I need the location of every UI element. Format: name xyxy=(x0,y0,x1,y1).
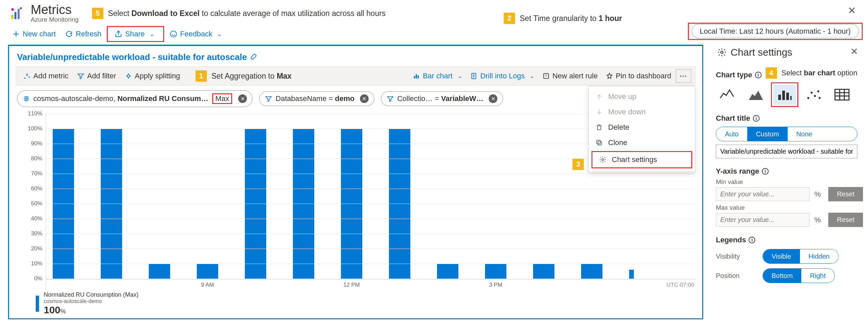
aggregation-max: Max xyxy=(212,93,232,104)
hidden-option[interactable]: Hidden xyxy=(800,249,838,263)
pin-to-dashboard-button[interactable]: Pin to dashboard xyxy=(602,70,675,82)
filter-collection-pill[interactable]: Collectio… = VariableW… ✕ xyxy=(381,91,503,106)
feedback-button[interactable]: Feedback xyxy=(165,28,226,40)
remove-metric-icon[interactable]: ✕ xyxy=(238,94,247,103)
svg-rect-15 xyxy=(597,140,600,144)
callout-2-badge: 2 xyxy=(504,13,515,24)
svg-rect-2 xyxy=(18,9,20,19)
time-range-picker[interactable]: Local Time: Last 12 hours (Automatic - 1… xyxy=(691,24,859,38)
chart-bar xyxy=(629,270,634,279)
callout-1-badge: 1 xyxy=(195,70,207,82)
ctx-delete[interactable]: Delete xyxy=(589,120,695,135)
min-value-label: Min value xyxy=(716,178,857,186)
svg-point-7 xyxy=(26,75,28,76)
min-value-input[interactable] xyxy=(716,187,810,201)
svg-point-24 xyxy=(807,97,809,99)
chart-type-grid[interactable] xyxy=(831,85,853,105)
right-option[interactable]: Right xyxy=(801,269,834,283)
x-tick: 9 AM xyxy=(201,282,214,288)
svg-rect-23 xyxy=(790,96,792,100)
add-filter-button[interactable]: Add filter xyxy=(74,70,119,82)
svg-rect-9 xyxy=(414,76,415,78)
max-value-input[interactable] xyxy=(716,213,810,227)
new-chart-button[interactable]: New chart xyxy=(8,28,60,40)
chart-title-input[interactable] xyxy=(716,145,857,158)
svg-rect-21 xyxy=(782,91,785,100)
cosmos-icon xyxy=(23,95,30,102)
chart-title-label: Chart title xyxy=(716,114,750,123)
info-icon[interactable]: i xyxy=(762,168,769,175)
remove-filter-icon[interactable]: ✕ xyxy=(489,94,497,103)
gear-icon xyxy=(717,48,726,57)
callout-4-text: Select bar chart option xyxy=(782,69,857,77)
chart-type-bar[interactable] xyxy=(773,85,796,105)
x-tick: 12 PM xyxy=(343,282,360,288)
bottom-option[interactable]: Bottom xyxy=(763,269,801,283)
info-icon[interactable]: i xyxy=(753,115,760,122)
x-tick: 3 PM xyxy=(489,282,502,288)
svg-point-19 xyxy=(721,51,723,54)
visibility-label: Visibility xyxy=(716,253,756,260)
ctx-move-down: Move down xyxy=(589,104,695,120)
chart-type-dropdown[interactable]: Bar chart xyxy=(409,70,465,82)
chart-type-scatter[interactable] xyxy=(802,85,825,105)
chart-bar xyxy=(197,264,218,279)
title-none-option[interactable]: None xyxy=(787,127,821,141)
title-custom-option[interactable]: Custom xyxy=(747,127,787,141)
metric-pill[interactable]: cosmos-autoscale-demo, Normalized RU Con… xyxy=(17,90,252,107)
title-auto-option[interactable]: Auto xyxy=(716,127,747,141)
chart-type-area[interactable] xyxy=(745,85,767,105)
filter-database-pill[interactable]: DatabaseName = demo ✕ xyxy=(259,91,374,106)
svg-rect-11 xyxy=(417,75,419,78)
svg-rect-1 xyxy=(14,12,17,19)
svg-point-26 xyxy=(814,95,816,97)
new-alert-rule-button[interactable]: New alert rule xyxy=(539,70,601,82)
legends-label: Legends xyxy=(716,236,746,244)
reset-min-button[interactable]: Reset xyxy=(828,187,863,201)
visible-option[interactable]: Visible xyxy=(763,249,800,263)
share-button[interactable]: Share xyxy=(111,28,158,40)
chart-bar xyxy=(149,264,170,279)
percent-label: % xyxy=(814,190,824,199)
chart-bar xyxy=(533,264,554,279)
context-menu: Move up Move down Delete Clone xyxy=(588,86,695,172)
chart-type-line[interactable] xyxy=(716,85,739,105)
apply-splitting-button[interactable]: Apply splitting xyxy=(121,70,184,82)
legend-title: Normalized RU Consumption (Max) xyxy=(44,291,138,298)
chart-bar xyxy=(485,264,506,279)
svg-point-5 xyxy=(170,31,177,37)
svg-rect-10 xyxy=(416,74,417,79)
edit-title-icon[interactable] xyxy=(250,53,257,62)
ctx-clone[interactable]: Clone xyxy=(589,135,695,150)
legend-value: 100% xyxy=(44,304,138,316)
drill-into-logs-button[interactable]: Drill into Logs xyxy=(467,70,538,82)
callout-3-badge: 3 xyxy=(572,159,584,170)
position-segment[interactable]: Bottom Right xyxy=(763,268,835,283)
position-label: Position xyxy=(716,272,756,280)
ctx-move-up: Move up xyxy=(589,89,695,104)
svg-point-3 xyxy=(11,8,14,11)
svg-point-27 xyxy=(817,90,819,92)
refresh-button[interactable]: Refresh xyxy=(61,28,105,40)
info-icon[interactable]: i xyxy=(749,237,755,243)
ctx-chart-settings[interactable]: Chart settings xyxy=(592,152,691,167)
svg-point-28 xyxy=(818,97,820,99)
filter-icon xyxy=(265,95,272,102)
svg-point-8 xyxy=(29,77,30,78)
svg-point-4 xyxy=(20,7,22,9)
settings-title: Chart settings xyxy=(731,47,792,58)
remove-filter-icon[interactable]: ✕ xyxy=(360,94,369,103)
info-icon[interactable]: i xyxy=(755,72,762,78)
yaxis-range-label: Y-axis range xyxy=(716,167,759,176)
callout-1-text: Set Aggregation to Max xyxy=(212,72,291,80)
chart-title: Variable/unpredictable workload - suitab… xyxy=(17,52,247,62)
more-options-button[interactable]: ⋯ xyxy=(676,69,691,83)
title-mode-segment[interactable]: Auto Custom None xyxy=(716,127,857,141)
close-settings-icon[interactable]: ✕ xyxy=(850,46,858,57)
reset-max-button[interactable]: Reset xyxy=(828,213,863,227)
close-icon[interactable]: ✕ xyxy=(848,5,856,16)
visibility-segment[interactable]: Visible Hidden xyxy=(763,249,839,264)
add-metric-button[interactable]: Add metric xyxy=(20,70,72,82)
chart-type-label: Chart type xyxy=(716,71,752,79)
chart-bar xyxy=(581,264,602,279)
